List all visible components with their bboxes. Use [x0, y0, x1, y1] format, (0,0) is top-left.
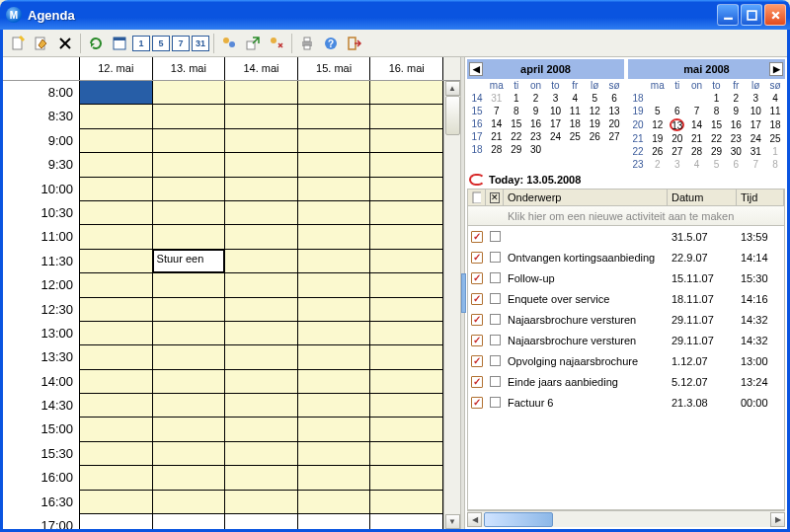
calendar-day[interactable]: 21: [487, 130, 507, 143]
time-slot[interactable]: [80, 81, 153, 105]
calendar-day[interactable]: 16: [526, 117, 546, 130]
calendar-day[interactable]: 17: [746, 117, 765, 132]
time-slot[interactable]: [153, 442, 226, 466]
calendar-day[interactable]: 9: [726, 105, 746, 117]
calendar-day[interactable]: 30: [726, 145, 746, 158]
appointment[interactable]: Stuur een: [153, 250, 225, 272]
calendar-day[interactable]: 14: [687, 117, 707, 132]
header-type-icon[interactable]: [468, 190, 486, 205]
calendar-day[interactable]: 4: [687, 158, 707, 171]
splitter[interactable]: [460, 57, 465, 529]
calendar-day[interactable]: 29: [507, 143, 526, 156]
time-slot[interactable]: [153, 345, 226, 369]
calendar-day[interactable]: 8: [507, 105, 526, 117]
time-slot[interactable]: [225, 250, 298, 273]
time-slot[interactable]: [153, 153, 226, 177]
header-subject[interactable]: Onderwerp: [504, 190, 668, 205]
calendar-day[interactable]: 20: [668, 132, 687, 145]
time-slot[interactable]: [80, 418, 153, 441]
time-slot[interactable]: [370, 250, 443, 273]
prev-month-button[interactable]: ◀: [469, 62, 483, 76]
task-done-icon[interactable]: ✓: [471, 252, 483, 264]
time-slot[interactable]: [153, 105, 226, 128]
time-slot[interactable]: [370, 129, 443, 153]
time-slot[interactable]: [298, 491, 371, 514]
time-slot[interactable]: [225, 298, 298, 322]
calendar-day[interactable]: 27: [668, 145, 687, 158]
time-slot[interactable]: [80, 273, 153, 297]
time-slot[interactable]: [225, 442, 298, 466]
scroll-up-icon[interactable]: ▲: [445, 81, 460, 96]
task-done-icon[interactable]: ✓: [471, 397, 483, 409]
time-slot[interactable]: [225, 322, 298, 345]
time-slot[interactable]: [153, 178, 226, 201]
time-slot[interactable]: [298, 514, 371, 529]
time-slot[interactable]: [370, 491, 443, 514]
calendar-day[interactable]: 4: [565, 92, 585, 105]
one-day-icon[interactable]: 1: [132, 36, 150, 51]
time-slot[interactable]: [225, 153, 298, 177]
refresh-icon[interactable]: [85, 33, 107, 54]
time-slot[interactable]: [298, 105, 371, 128]
today-line[interactable]: Today: 13.05.2008: [467, 171, 785, 189]
time-slot[interactable]: [298, 201, 371, 225]
calendar-day[interactable]: 6: [668, 105, 687, 117]
time-slot[interactable]: [298, 81, 371, 105]
seven-day-icon[interactable]: 7: [172, 36, 190, 51]
time-slot[interactable]: [370, 105, 443, 128]
time-slot[interactable]: [225, 491, 298, 514]
task-checkbox[interactable]: [490, 376, 501, 387]
task-row[interactable]: ✓Ontvangen kortingsaanbieding22.9.0714:1…: [468, 247, 784, 267]
calendar-day[interactable]: 2: [648, 158, 668, 171]
calendar-day[interactable]: 4: [765, 92, 785, 105]
time-slot[interactable]: [370, 178, 443, 201]
time-slot[interactable]: [153, 491, 226, 514]
time-slot[interactable]: [80, 153, 153, 177]
calendar-day[interactable]: 9: [526, 105, 546, 117]
task-done-icon[interactable]: ✓: [471, 314, 483, 326]
task-checkbox[interactable]: [490, 355, 501, 366]
assign-icon[interactable]: [266, 33, 287, 54]
time-slot[interactable]: [298, 153, 371, 177]
time-slot[interactable]: [153, 370, 226, 394]
time-slot[interactable]: [370, 81, 443, 105]
time-slot[interactable]: [80, 298, 153, 322]
calendar-day[interactable]: 3: [668, 158, 687, 171]
time-slot[interactable]: [370, 370, 443, 394]
time-slot[interactable]: [225, 81, 298, 105]
time-slot[interactable]: [153, 418, 226, 441]
task-checkbox[interactable]: [490, 252, 501, 263]
minimize-button[interactable]: [717, 4, 739, 26]
calendar-day[interactable]: 27: [604, 130, 624, 143]
day-header[interactable]: 15. mai: [298, 57, 371, 80]
calendar-day[interactable]: 8: [765, 158, 785, 171]
calendar-day[interactable]: 5: [648, 105, 668, 117]
calendar-day[interactable]: 11: [565, 105, 585, 117]
calendar-day[interactable]: 15: [707, 117, 727, 132]
task-row[interactable]: ✓31.5.0713:59: [468, 226, 784, 247]
day-header[interactable]: 14. mai: [225, 57, 298, 80]
time-slot[interactable]: [370, 298, 443, 322]
calendar-day[interactable]: 28: [687, 145, 707, 158]
calendar-day[interactable]: 8: [707, 105, 727, 117]
day-view-icon[interactable]: [109, 33, 130, 54]
next-month-button[interactable]: ▶: [769, 62, 783, 76]
calendar-day[interactable]: 10: [546, 105, 566, 117]
time-slot[interactable]: [370, 466, 443, 490]
time-slot[interactable]: [153, 466, 226, 490]
calendar-day[interactable]: 13: [668, 117, 687, 132]
time-slot[interactable]: [80, 178, 153, 201]
time-slot[interactable]: [153, 81, 226, 105]
time-slot[interactable]: [298, 225, 371, 249]
calendar-day[interactable]: 12: [648, 117, 668, 132]
time-slot[interactable]: [153, 322, 226, 345]
task-row[interactable]: ✓Najaarsbrochure versturen29.11.0714:32: [468, 309, 784, 330]
time-slot[interactable]: [80, 105, 153, 128]
time-slot[interactable]: [298, 394, 371, 418]
time-slot[interactable]: [370, 345, 443, 369]
calendar-day[interactable]: 14: [487, 117, 507, 130]
task-row[interactable]: ✓Opvolging najaarsbrochure1.12.0713:00: [468, 350, 784, 371]
time-slot[interactable]: [298, 178, 371, 201]
time-slot[interactable]: [298, 273, 371, 297]
time-slot[interactable]: [225, 273, 298, 297]
